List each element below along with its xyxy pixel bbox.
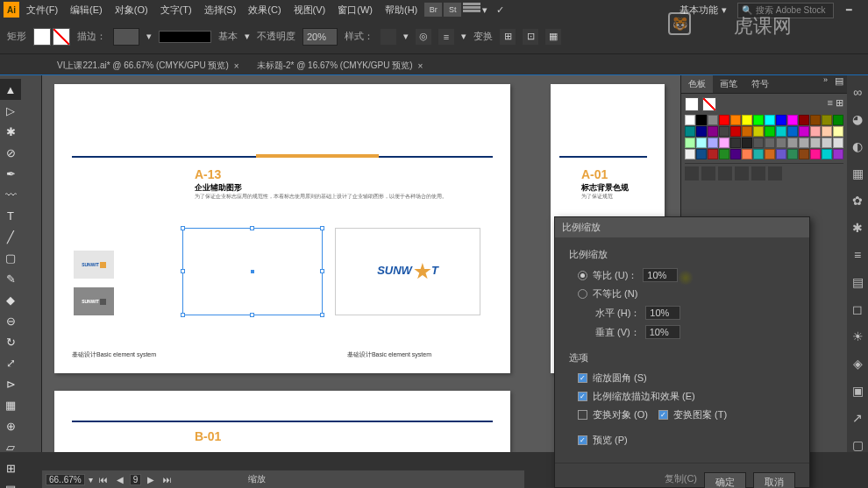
swatch-color[interactable] — [719, 126, 729, 137]
swatch-color[interactable] — [685, 138, 695, 148]
stock-icon[interactable]: St — [444, 3, 461, 17]
scale-tool[interactable]: ⤢ — [0, 352, 21, 373]
menu-view[interactable]: 视图(V) — [288, 2, 331, 18]
swatch-color[interactable] — [765, 115, 775, 125]
swatch-color[interactable] — [742, 115, 752, 125]
swatch-color[interactable] — [730, 138, 741, 148]
zoom-level[interactable]: 66..67% — [46, 474, 85, 485]
mesh-tool[interactable]: ⊞ — [0, 457, 21, 478]
swatch-color[interactable] — [708, 115, 718, 125]
radio-uniform[interactable] — [578, 271, 587, 280]
width-tool[interactable]: ⊳ — [0, 373, 21, 394]
menu-object[interactable]: 对象(O) — [110, 2, 153, 18]
swatch-color[interactable] — [696, 126, 707, 137]
swatch-color[interactable] — [799, 115, 809, 125]
swatch-color[interactable] — [810, 138, 821, 148]
curvature-tool[interactable]: 〰 — [0, 184, 21, 205]
zoom-arrow[interactable]: ▾ — [89, 475, 93, 484]
nav-first[interactable]: ⏮ — [96, 475, 110, 484]
list-view-icon[interactable]: ≡ — [828, 97, 833, 111]
swatch-color[interactable] — [810, 115, 821, 125]
check-corners[interactable] — [578, 373, 587, 383]
swatch-color[interactable] — [822, 149, 832, 159]
layers-icon[interactable]: ▣ — [850, 383, 865, 398]
artboard-num[interactable]: 9 — [130, 474, 142, 485]
swatch-color[interactable] — [833, 138, 843, 148]
gradient-tool[interactable]: ▤ — [0, 478, 21, 488]
doc-tab-1[interactable]: VI上课221.ai* @ 66.67% (CMYK/GPU 预览)× — [48, 57, 248, 74]
asset-export-icon[interactable]: ↗ — [850, 410, 865, 425]
swatch-color[interactable] — [776, 149, 786, 159]
swatch-color[interactable] — [833, 115, 843, 125]
swatch-color[interactable] — [753, 115, 764, 125]
swatch-color[interactable] — [708, 138, 718, 148]
search-stock[interactable]: 🔍 搜索 Adobe Stock — [737, 3, 834, 18]
help-icon[interactable]: ━ — [839, 4, 859, 16]
new-swatch-icon[interactable] — [751, 166, 765, 180]
shape-builder-tool[interactable]: ⊕ — [0, 415, 21, 436]
panel-flyout[interactable]: » — [820, 75, 831, 93]
close-icon[interactable]: × — [234, 61, 239, 71]
perspective-tool[interactable]: ▱ — [0, 436, 21, 457]
swatch-color[interactable] — [696, 149, 707, 159]
align-icon[interactable]: ≡ — [438, 29, 454, 45]
swatch-color[interactable] — [765, 138, 775, 148]
transform-label[interactable]: 变换 — [473, 30, 493, 43]
swatch-color[interactable] — [742, 149, 752, 159]
resize-handle-se[interactable] — [320, 313, 324, 317]
fill-swatch[interactable] — [33, 28, 51, 46]
uniform-input[interactable] — [643, 268, 678, 282]
workspace-select[interactable]: 基本功能▾ — [674, 2, 732, 18]
transform-icon3[interactable]: ▦ — [545, 29, 561, 45]
transform-icon2[interactable]: ⊡ — [523, 29, 538, 45]
rotate-tool[interactable]: ↻ — [0, 331, 21, 352]
pen-tool[interactable]: ✒ — [0, 163, 21, 184]
check-effects[interactable] — [578, 392, 587, 401]
graphic-styles-icon[interactable]: ◈ — [850, 356, 865, 371]
menu-help[interactable]: 帮助(H) — [380, 2, 423, 18]
resize-handle-e[interactable] — [320, 269, 324, 273]
nav-prev[interactable]: ◀ — [114, 475, 126, 484]
appearance-icon[interactable]: ☀ — [850, 329, 865, 343]
stroke-style-arrow[interactable]: ▾ — [245, 31, 250, 42]
resize-handle-ne[interactable] — [320, 226, 324, 230]
swatch-color[interactable] — [696, 138, 707, 148]
menu-file[interactable]: 文件(F) — [21, 2, 63, 18]
panel-stroke[interactable] — [702, 97, 716, 111]
swatch-color[interactable] — [799, 138, 809, 148]
new-group-icon[interactable] — [735, 166, 749, 180]
swatch-options-icon[interactable] — [718, 166, 732, 180]
swatch-color[interactable] — [822, 115, 832, 125]
swatch-color[interactable] — [765, 126, 775, 137]
menu-window[interactable]: 窗口(W) — [332, 2, 378, 18]
arrange-arrow[interactable]: ▾ — [482, 4, 487, 16]
stroke-weight[interactable] — [113, 28, 139, 46]
doc-setup-icon[interactable]: ◎ — [416, 29, 431, 45]
align-label[interactable]: ▾ — [461, 31, 466, 42]
magic-wand-tool[interactable]: ✱ — [0, 121, 21, 142]
resize-handle-n[interactable] — [250, 226, 254, 230]
swatch-color[interactable] — [719, 138, 729, 148]
panel-menu-icon[interactable]: ▤ — [831, 75, 847, 93]
opacity-input[interactable] — [302, 28, 338, 46]
cancel-button[interactable]: 取消 — [753, 472, 795, 488]
gradient-panel-icon[interactable]: ▤ — [850, 274, 865, 289]
free-transform-tool[interactable]: ▦ — [0, 394, 21, 415]
tab-symbols[interactable]: 符号 — [744, 75, 776, 93]
swatch-color[interactable] — [776, 126, 786, 137]
grid-view-icon[interactable]: ⊞ — [836, 97, 843, 111]
swatch-kind-icon[interactable] — [701, 166, 715, 180]
swatch-color[interactable] — [742, 138, 752, 148]
swatches-icon[interactable]: ▦ — [850, 166, 865, 180]
doc-tab-2[interactable]: 未标题-2* @ 16.67% (CMYK/GPU 预览)× — [248, 57, 432, 74]
symbols-icon[interactable]: ✱ — [850, 220, 865, 235]
shaper-tool[interactable]: ◆ — [0, 289, 21, 310]
swatch-color[interactable] — [719, 115, 729, 125]
swatch-color[interactable] — [730, 115, 741, 125]
swatch-color[interactable] — [765, 149, 775, 159]
swatch-color[interactable] — [799, 126, 809, 137]
delete-swatch-icon[interactable] — [768, 166, 782, 180]
swatch-color[interactable] — [787, 149, 798, 159]
swatch-color[interactable] — [833, 126, 843, 137]
swatch-color[interactable] — [730, 126, 741, 137]
